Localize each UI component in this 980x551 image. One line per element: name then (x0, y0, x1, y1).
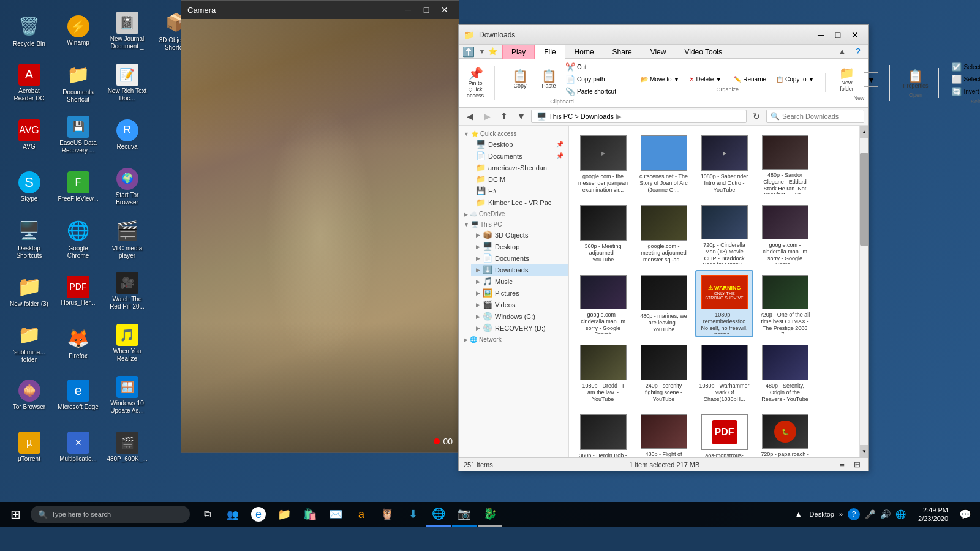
sidebar-onedrive-section[interactable]: ▶ ☁️ OneDrive (459, 208, 568, 219)
nav-up-btn[interactable]: ⬆ (497, 110, 511, 123)
icon-utorrent[interactable]: µ µTorrent (6, 422, 52, 471)
icon-vlc[interactable]: 🎬 VLC media player (104, 214, 150, 263)
new-item-btn[interactable]: ▼ (860, 70, 882, 89)
tab-video-tools[interactable]: Video Tools (675, 45, 731, 59)
copy-to-btn[interactable]: 📋 Copy to ▼ (772, 73, 818, 85)
icon-windows10-update[interactable]: 🪟 Windows 10 Update As... (104, 370, 150, 419)
microphone-icon[interactable]: 🎤 (865, 509, 875, 519)
file-item-f20[interactable]: 🐛 720p - papa roach - Singular Indestruc… (756, 410, 814, 457)
invert-selection-btn[interactable]: 🔄 Invert selection (949, 86, 980, 97)
icon-watch-red-pill[interactable]: 🎥 Watch The Red Pill 20... (104, 266, 150, 315)
ribbon-collapse-btn[interactable]: ▲ (835, 45, 850, 58)
taskbar-unknown-app[interactable]: 🐉 (478, 502, 502, 527)
icon-acrobat[interactable]: A Acrobat Reader DC (6, 58, 52, 107)
properties-btn[interactable]: 📋 Properties (900, 68, 931, 91)
rename-btn[interactable]: ✏️ Rename (730, 73, 770, 85)
nav-back-btn[interactable]: ◀ (462, 110, 477, 123)
icon-recuva[interactable]: R Recuva (104, 110, 150, 159)
taskbar-task-view[interactable]: ⧉ (195, 502, 219, 527)
taskbar-store[interactable]: 🛍️ (298, 502, 322, 527)
sidebar-this-pc-section[interactable]: ▼ 🖥️ This PC (459, 219, 568, 229)
cut-btn[interactable]: ✂️ Cut (562, 61, 619, 73)
search-input[interactable] (782, 113, 860, 120)
sidebar-documents2[interactable]: ▶ 📄 Documents (471, 252, 568, 264)
sidebar-americavr[interactable]: 📁 americavr-Sheridan. (471, 162, 568, 173)
icon-new-journal-doc[interactable]: 📓 New Journal Document _ (104, 6, 150, 55)
file-item-f9[interactable]: google.com - cinderalla man I'm sorry - … (574, 270, 632, 337)
icon-avg[interactable]: AVG AVG (6, 110, 52, 159)
copy-path-btn[interactable]: 📄 Copy path (562, 73, 619, 85)
sidebar-quick-access[interactable]: ▼ ⭐ Quick access (459, 128, 568, 138)
icon-easeus[interactable]: 💾 EaseUS Data Recovery ... (55, 110, 101, 159)
nav-path[interactable]: 🖥️ This PC > Downloads ▶ (531, 110, 747, 123)
sidebar-kimber-lee[interactable]: 📁 Kimber Lee - VR Pac (471, 197, 568, 208)
icon-subliminal[interactable]: 📁 'sublimina... folder (6, 318, 52, 367)
sidebar-windows-c[interactable]: ▶ 💿 Windows (C:) (471, 310, 568, 322)
taskbar-tripadvisor[interactable]: 🦉 (375, 502, 399, 527)
taskbar-expand-tray[interactable]: ▲ (795, 510, 802, 519)
icon-freefileview[interactable]: F FreeFileView... (55, 162, 101, 211)
paste-shortcut-btn[interactable]: 📎 Paste shortcut (562, 86, 619, 97)
pin-to-quick-access-btn[interactable]: 📌 Pin to Quick access (464, 66, 487, 100)
camera-maximize-btn[interactable]: □ (418, 3, 434, 17)
icon-new-folder-3[interactable]: 📁 New folder (3) (6, 266, 52, 315)
taskbar-camera-open[interactable]: 📷 (452, 502, 477, 527)
sidebar-desktop[interactable]: 🖥️ Desktop 📌 (471, 138, 568, 150)
file-item-f1[interactable]: ▶ google.com - the messenger joanjean ex… (574, 130, 632, 198)
file-item-f17[interactable]: 360p - Heroin Bob - YouTube (574, 410, 632, 457)
file-item-f13[interactable]: 1080p - Dredd - I am the law. - YouTube (574, 340, 632, 407)
taskbar-edge[interactable]: e (246, 502, 271, 527)
file-item-f6[interactable]: google.com - meeting adjourned monster s… (635, 200, 693, 268)
network-icon[interactable]: 🌐 (895, 509, 906, 519)
sidebar-dcim[interactable]: 📁 DCIM (471, 173, 568, 185)
file-item-f19[interactable]: PDF aos-monstrous-arcanum (695, 410, 753, 457)
icon-recycle-bin[interactable]: 🗑️ Recycle Bin (6, 6, 52, 55)
tab-play[interactable]: Play (502, 45, 535, 59)
file-item-f10[interactable]: 480p - marines, we are leaving - YouTube (635, 270, 693, 337)
move-to-btn[interactable]: 📂 Move to ▼ (637, 73, 683, 85)
icon-horus[interactable]: PDF Horus_Her... (55, 266, 101, 315)
icon-firefox[interactable]: 🦊 Firefox (55, 318, 101, 367)
icon-new-rich-text[interactable]: 📝 New Rich Text Doc... (104, 58, 150, 107)
taskbar-people[interactable]: 👥 (221, 502, 245, 527)
sidebar-music[interactable]: ▶ 🎵 Music (471, 276, 568, 287)
file-item-f7[interactable]: 720p - Cinderella Man (18) Movie CLIP - … (695, 200, 753, 268)
file-item-f18[interactable]: 480p - Flight of Dragons (1982) Final Sh… (635, 410, 693, 457)
taskbar-search[interactable]: 🔍 Type here to search (31, 506, 190, 523)
sidebar-f-drive[interactable]: 💾 F:\ (471, 185, 568, 197)
tab-file[interactable]: File (535, 45, 565, 59)
file-item-f16[interactable]: 480p - Serenity, Origin of the Reavers -… (756, 340, 814, 407)
paste-btn[interactable]: 📋 Paste (538, 68, 560, 91)
sidebar-recovery-d[interactable]: ▶ 💿 RECOVERY (D:) (471, 322, 568, 334)
file-item-f2[interactable]: cutscenes.net - The Story of Joan of Arc… (635, 130, 693, 198)
search-box[interactable]: 🔍 (766, 110, 864, 123)
sidebar-desktop2[interactable]: ▶ 🖥️ Desktop (471, 241, 568, 252)
sidebar-videos[interactable]: ▶ 🎬 Videos (471, 299, 568, 310)
taskbar-amazon[interactable]: a (349, 502, 374, 527)
expand-icon[interactable]: » (839, 511, 843, 518)
icon-microsoft-edge[interactable]: e Microsoft Edge (55, 370, 101, 419)
sidebar-3d-objects[interactable]: ▶ 📦 3D Objects (471, 229, 568, 241)
file-item-f14[interactable]: 240p - serenity fighting scene - YouTube (635, 340, 693, 407)
icon-desktop-shortcuts[interactable]: 🖥️ Desktop Shortcuts (6, 214, 52, 263)
file-item-f11[interactable]: ⚠ WARNING ONLY THESTRONG SURVIVE 1080p -… (695, 270, 753, 337)
nav-recent-btn[interactable]: ▼ (514, 110, 529, 123)
system-clock[interactable]: 2:49 PM 2/23/2020 (913, 506, 953, 523)
camera-close-btn[interactable]: ✕ (437, 3, 453, 17)
sidebar-documents[interactable]: 📄 Documents 📌 (471, 150, 568, 162)
refresh-btn[interactable]: ↻ (749, 110, 764, 123)
icon-multiplication[interactable]: ✕ Multiplicatio... (55, 422, 101, 471)
view-details-btn[interactable]: ≡ (836, 459, 848, 470)
file-item-f4[interactable]: 480p - Sandor Clegane - Eddard Stark He … (756, 130, 814, 198)
icon-google-chrome[interactable]: 🌐 Google Chrome (55, 214, 101, 263)
taskbar-qbittorrent[interactable]: ⬇ (401, 502, 425, 527)
sidebar-pictures[interactable]: ▶ 🖼️ Pictures (471, 287, 568, 299)
start-button[interactable]: ⊞ (0, 502, 31, 527)
speaker-icon[interactable]: 🔊 (880, 509, 891, 519)
view-grid-btn[interactable]: ⊞ (851, 459, 863, 470)
icon-skype[interactable]: S Skype (6, 162, 52, 211)
explorer-close-btn[interactable]: ✕ (847, 28, 863, 42)
icon-480p-600k[interactable]: 🎬 480P_600K_... (104, 422, 150, 471)
help-btn[interactable]: ? (851, 45, 865, 58)
select-none-btn[interactable]: ⬜ Select none (949, 73, 980, 85)
